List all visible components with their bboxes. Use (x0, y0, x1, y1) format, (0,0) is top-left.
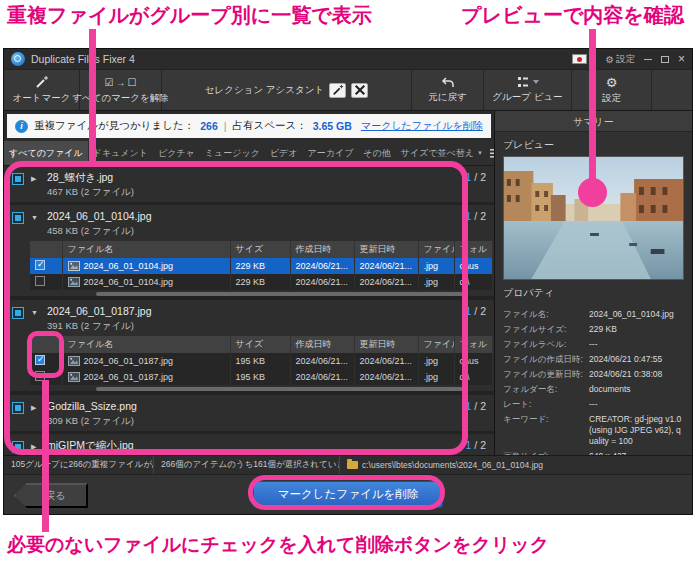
annotation-dot (578, 178, 607, 207)
undo-arrow-icon (440, 76, 455, 88)
delete-marked-link[interactable]: マークしたファイルを削除 (361, 119, 483, 133)
status-selection-info: 266個のアイテムのうち161個が選択されています (2.23 GB) (154, 456, 340, 474)
property-row: キーワード:CREATOR: gd-jpeg v1.0 (using IJG J… (503, 414, 684, 447)
property-row: ファイル名:2024_06_01_0104.jpg (503, 309, 684, 320)
group-marked-count: 1 / 2 (466, 439, 486, 451)
gear-icon: ⚙ (606, 76, 618, 89)
status-current-path-section: c:\users\lbtes\documents\2024_06_01_0104… (340, 456, 692, 474)
group-marked-count: 1 / 2 (466, 400, 486, 412)
unmark-all-icon: ☑→☐ (105, 75, 137, 89)
properties-label: プロパティ (495, 280, 692, 304)
group-view-icon (517, 76, 529, 88)
screenshot-stage: 重複ファイルがグループ別に一覧で表示 プレビューで内容を確認 Duplicate… (0, 0, 696, 571)
selection-assistant-tools-button[interactable] (351, 83, 368, 98)
chevron-down-icon (533, 80, 539, 84)
sort-caret-icon: ▼ (477, 150, 483, 156)
magic-wand-icon (35, 75, 49, 89)
japan-flag-icon (572, 54, 587, 64)
infobar: i 重複ファイルが見つかりました： 266 | 占有スペース： 3.65 GB … (7, 114, 491, 138)
window-title: Duplicate Files Fixer 4 (31, 53, 135, 65)
undo-button[interactable]: 元に戻す (412, 70, 484, 110)
property-row: ファイルの作成日時:2024/06/21 0:47:55 (503, 354, 684, 365)
annotation-rect-delete-button (248, 475, 445, 510)
wand-icon (332, 84, 344, 96)
selection-assistant-wand-button[interactable] (329, 83, 346, 98)
app-logo-icon (11, 52, 25, 66)
property-row: レート:--- (503, 399, 684, 410)
found-count: 266 (200, 120, 218, 132)
properties-list: ファイル名:2024_06_01_0104.jpg ファイルサイズ:229 KB… (495, 304, 692, 471)
settings-button[interactable]: ⚙ 設定 (572, 70, 652, 110)
gear-icon: ⚙ (605, 54, 614, 65)
annotation-leader-line-bottom (42, 380, 49, 532)
group-marked-count: 1 / 2 (466, 210, 486, 222)
group-view-button[interactable]: グループ ビュー (484, 70, 572, 110)
folder-icon (347, 461, 358, 469)
property-row: フォルダー名:documents (503, 384, 684, 395)
current-file-path: c:\users\lbtes\documents\2024_06_01_0104… (362, 460, 543, 470)
annotation-leader-line-right (589, 29, 596, 183)
status-groups-info: 105グループに266の重複ファイルがあります (4, 456, 154, 474)
annotation-top-right: プレビューで内容を確認 (461, 2, 684, 29)
back-button[interactable]: 戻る (14, 483, 88, 508)
group-marked-count: 1 / 2 (466, 171, 486, 183)
maximize-button[interactable] (661, 56, 669, 63)
toolbar-spacer (652, 70, 692, 110)
property-row: ファイルラベル:--- (503, 339, 684, 350)
annotation-bottom: 必要のないファイルにチェックを入れて削除ボタンをクリック (7, 532, 549, 558)
automark-button[interactable]: オートマーク (4, 70, 80, 110)
annotation-rect-checkboxes (27, 331, 64, 378)
tools-icon (354, 84, 366, 96)
info-icon: i (15, 120, 28, 133)
close-button[interactable]: × (678, 54, 685, 64)
property-row: ファイルサイズ:229 KB (503, 324, 684, 335)
space-value: 3.65 GB (313, 120, 352, 132)
annotation-top-left: 重複ファイルがグループ別に一覧で表示 (7, 2, 372, 29)
titlebar-settings-button[interactable]: ⚙ 設定 (605, 53, 635, 66)
minimize-button[interactable] (644, 59, 652, 60)
group-marked-count: 1 / 2 (466, 305, 486, 317)
annotation-leader-line-left (89, 29, 96, 163)
property-row: ファイルの更新日時:2024/06/21 0:38:08 (503, 369, 684, 380)
found-label: 重複ファイルが見つかりました： (34, 119, 194, 133)
selection-assistant-group: セレクション アシスタント (162, 70, 412, 110)
statusbar: 105グループに266の重複ファイルがあります 266個のアイテムのうち161個… (4, 455, 692, 474)
annotation-rect-file-list (4, 161, 468, 455)
space-label: 占有スペース： (232, 119, 306, 133)
